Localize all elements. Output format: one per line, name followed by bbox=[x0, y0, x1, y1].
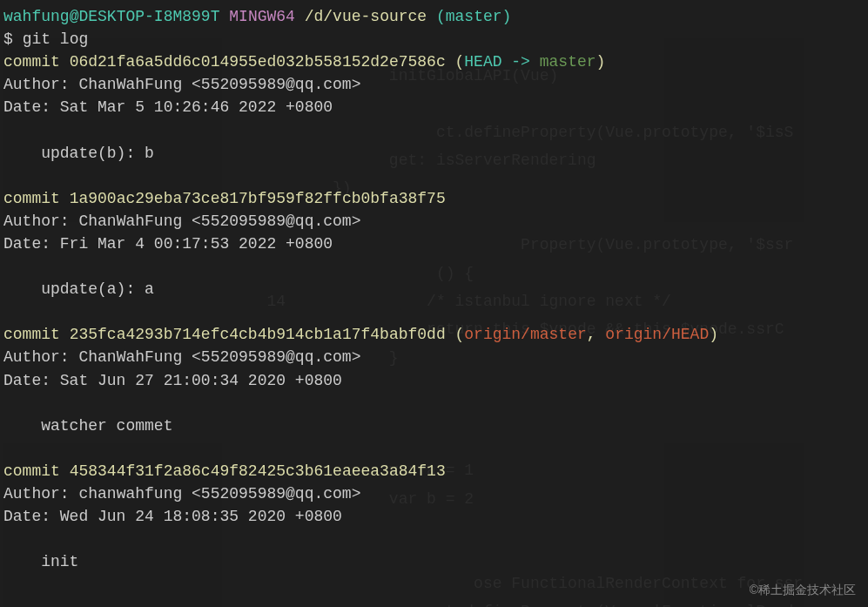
commit-hash: 06d21fa6a5dd6c014955ed032b558152d2e7586c bbox=[70, 53, 446, 71]
date-line: Date: Sat Jun 27 21:00:34 2020 +0800 bbox=[3, 369, 865, 392]
command-line: $ git log bbox=[3, 28, 865, 51]
prompt-env: MINGW64 bbox=[229, 5, 295, 28]
commit-message: update(b): b bbox=[41, 142, 865, 165]
commit-hash: 458344f31f2a86c49f82425c3b61eaeea3a84f13 bbox=[70, 462, 446, 480]
commit-message: watcher commet bbox=[41, 415, 865, 437]
date-line: Date: Sat Mar 5 10:26:46 2022 +0800 bbox=[3, 96, 865, 118]
author-line: Author: chanwahfung <552095989@qq.com> bbox=[3, 482, 865, 505]
origin-head-ref: origin/HEAD bbox=[605, 326, 709, 343]
commit-line: commit 1a900ac29eba73ce817bf959f82ffcb0b… bbox=[3, 187, 865, 210]
commit-hash: 1a900ac29eba73ce817bf959f82ffcb0bfa38f75 bbox=[70, 190, 446, 207]
commit-message: init bbox=[41, 550, 865, 573]
prompt-line: wahfung@DESKTOP-I8M899T MINGW64 /d/vue-s… bbox=[3, 5, 865, 28]
prompt-branch: (master) bbox=[436, 5, 511, 28]
commit-line: commit 458344f31f2a86c49f82425c3b61eaeea… bbox=[3, 460, 865, 482]
prompt-user: wahfung bbox=[3, 5, 70, 28]
refs-close: ) bbox=[596, 53, 606, 71]
refs-close: ) bbox=[709, 326, 718, 343]
commit-word: commit bbox=[3, 462, 60, 480]
commit-message: update(a): a bbox=[41, 278, 865, 300]
refs-sep: , bbox=[587, 326, 606, 343]
head-ref: HEAD -> bbox=[464, 53, 539, 71]
author-line: Author: ChanWahFung <552095989@qq.com> bbox=[3, 210, 865, 233]
author-line: Author: ChanWahFung <552095989@qq.com> bbox=[3, 346, 865, 368]
prompt-dollar: $ bbox=[3, 30, 13, 48]
commit-word: commit bbox=[3, 190, 60, 207]
date-line: Date: Fri Mar 4 00:17:53 2022 +0800 bbox=[3, 233, 865, 255]
commit-line: commit 06d21fa6a5dd6c014955ed032b558152d… bbox=[3, 51, 865, 73]
commit-hash: 235fca4293b714efc4cb4b914cb1a17f4babf0dd bbox=[70, 326, 446, 343]
commit-word: commit bbox=[3, 326, 60, 343]
refs-open: ( bbox=[446, 326, 465, 343]
author-line: Author: ChanWahFung <552095989@qq.com> bbox=[3, 73, 865, 96]
commit-word: commit bbox=[3, 53, 60, 71]
prompt-host: DESKTOP-I8M899T bbox=[78, 5, 219, 28]
watermark: ©稀土掘金技术社区 bbox=[750, 581, 856, 598]
date-line: Date: Wed Jun 24 18:08:35 2020 +0800 bbox=[3, 505, 865, 528]
prompt-at: @ bbox=[70, 5, 79, 28]
origin-master-ref: origin/master bbox=[464, 326, 586, 343]
commit-line: commit 235fca4293b714efc4cb4b914cb1a17f4… bbox=[3, 323, 865, 346]
prompt-path: /d/vue-source bbox=[305, 5, 427, 28]
terminal-output[interactable]: wahfung@DESKTOP-I8M899T MINGW64 /d/vue-s… bbox=[0, 0, 868, 578]
refs-open: ( bbox=[446, 53, 465, 71]
command-text: git log bbox=[23, 30, 89, 48]
master-ref: master bbox=[540, 53, 596, 71]
